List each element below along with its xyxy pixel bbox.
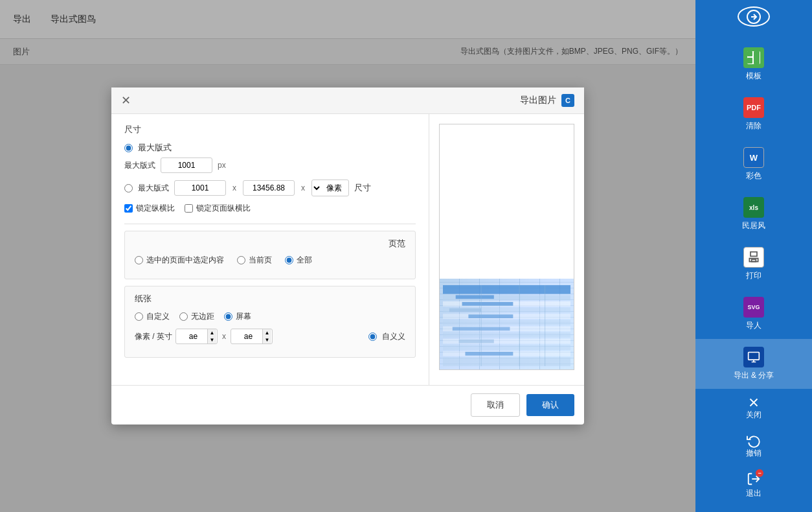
margin-width-down[interactable]: ▼	[207, 336, 216, 343]
x-sep1: x	[300, 183, 306, 192]
sidebar-item-import[interactable]: SVG 导人	[695, 289, 812, 339]
pdf-icon: PDF	[743, 97, 764, 118]
margin-width-up[interactable]: ▲	[207, 329, 216, 336]
resolution-label: 最大版式	[124, 160, 155, 171]
margin-width-wrap: ▲ ▼	[175, 329, 218, 344]
margin-inputs: 像素 / 英寸 ▲ ▼ x	[135, 329, 273, 344]
xls-icon: xls	[743, 197, 764, 218]
sidebar-item-undo[interactable]: 撤销	[695, 427, 812, 465]
svg-rect-7	[752, 259, 756, 261]
svg-rect-8	[749, 353, 760, 360]
margin-none-radio[interactable]	[179, 312, 188, 321]
svg-rect-21	[468, 314, 513, 318]
export-dialog: C 导出图片 ✕	[111, 87, 584, 425]
sidebar-item-xls[interactable]: xls 民居风	[695, 189, 812, 239]
margin-custom-radio[interactable]	[135, 312, 143, 321]
radio-all-group: 全部	[285, 255, 312, 266]
svg-rect-30	[465, 352, 513, 356]
unit-select[interactable]: 像素	[311, 180, 349, 196]
sidebar-item-import-label: 导人	[746, 320, 761, 331]
sidebar-item-logout[interactable]: − 退出	[695, 465, 812, 506]
size-section: 尺寸 最大版式 px 最大版式	[124, 124, 416, 214]
margin-section: 纸张 屏幕 无边距 自定义	[124, 286, 416, 358]
sidebar-item-export-share[interactable]: 导出 & 分享	[695, 339, 812, 389]
radio-screen-group: 屏幕	[224, 311, 251, 322]
print-range-all-radio[interactable]	[285, 256, 293, 264]
dialog-close-button[interactable]: ✕	[121, 95, 131, 106]
fit-page-radio[interactable]	[124, 144, 133, 152]
size-radio-label: 最大版式	[138, 183, 169, 194]
margin-title: 纸张	[135, 293, 152, 305]
sidebar-item-pdf[interactable]: PDF 清除	[695, 89, 812, 139]
sidebar-item-word[interactable]: W 彩色	[695, 139, 812, 189]
dialog-title-text: 导出图片	[520, 95, 556, 106]
radio-none-label: 无边距	[191, 311, 214, 322]
dialog-footer: 取消 确认	[111, 385, 584, 425]
margin-height-wrap: ▲ ▼	[231, 329, 273, 344]
margin-auto-radio[interactable]	[368, 332, 377, 341]
svg-rect-22	[443, 320, 570, 325]
preview-image	[440, 279, 574, 369]
sidebar-item-xls-label: 民居风	[742, 220, 765, 231]
svg-rect-17	[462, 302, 513, 306]
height-input[interactable]	[243, 180, 295, 196]
svg-rect-3	[747, 51, 752, 56]
svg-rect-25	[443, 332, 570, 338]
svg-rect-5	[754, 51, 760, 64]
sidebar-item-print-label: 打印	[746, 270, 761, 281]
navigate-button[interactable]	[738, 6, 770, 27]
radio-none-group: 无边距	[179, 311, 214, 322]
svg-rect-4	[747, 58, 752, 64]
auto-label: 自义义	[382, 331, 405, 342]
radio-custom-group: 自定义	[135, 311, 170, 322]
radio-custom-label: 自定义	[146, 311, 170, 322]
sidebar-item-print[interactable]: 打印	[695, 239, 812, 289]
sidebar-item-export-share-label: 导出 & 分享	[734, 370, 774, 381]
radio-screen-label: 屏幕	[236, 311, 251, 322]
dialog-header: C 导出图片 ✕	[111, 87, 584, 114]
sidebar-item-close[interactable]: 关闭	[695, 389, 812, 427]
keep-ratio-check[interactable]	[124, 204, 133, 213]
preview-box	[439, 124, 574, 370]
width-input-main[interactable]	[161, 157, 212, 173]
sidebar-item-template-label: 模板	[746, 71, 761, 82]
keep-ratio-label: 锁定纵横比	[136, 203, 175, 214]
size-title: 尺寸	[124, 124, 141, 135]
x-sep2: x	[231, 183, 238, 192]
svg-rect-27	[459, 340, 494, 343]
radio-all-label: 全部	[297, 255, 312, 266]
logout-badge: −	[756, 469, 763, 477]
radio-selected-label: 选中的页面中选定内容	[146, 255, 224, 266]
preview-chart	[443, 285, 570, 366]
svg-rect-19	[449, 308, 481, 312]
svg-rect-28	[443, 345, 570, 350]
sidebar-item-word-label: 彩色	[746, 170, 761, 181]
margin-height-up[interactable]: ▲	[262, 329, 271, 336]
custom-size-radio[interactable]	[124, 184, 133, 192]
cancel-button[interactable]: 取消	[471, 393, 520, 417]
width-label-px: px	[218, 161, 226, 170]
width-input[interactable]	[174, 180, 226, 196]
margin-width-spinners: ▲ ▼	[207, 329, 216, 343]
sidebar-item-template[interactable]: 模板	[695, 40, 812, 89]
settings-panel: 尺寸 最大版式 px 最大版式	[111, 114, 429, 385]
dialog-overlay: C 导出图片 ✕	[0, 0, 695, 512]
svg-rect-6	[750, 252, 757, 257]
keep-page-ratio-check[interactable]	[185, 204, 193, 213]
confirm-button[interactable]: 确认	[526, 394, 574, 416]
template-icon	[743, 47, 764, 68]
print-range-current-radio[interactable]	[237, 256, 245, 264]
sidebar: 模板 PDF 清除 W 彩色 xls 民居风 打印 SVG	[695, 0, 812, 512]
sidebar-item-logout-label: 退出	[746, 488, 761, 499]
divider1	[124, 224, 416, 224]
keep-ratio-row: 锁定纵横比	[124, 203, 175, 214]
sidebar-item-close-label: 关闭	[746, 410, 761, 421]
margin-screen-radio[interactable]	[224, 312, 232, 321]
print-range-title: 页范	[135, 238, 405, 250]
margin-height-down[interactable]: ▼	[262, 336, 271, 343]
svg-rect-13	[443, 285, 570, 294]
word-icon: W	[743, 147, 764, 168]
undo-icon	[747, 434, 761, 448]
print-range-selected-radio[interactable]	[135, 256, 143, 264]
sidebar-item-pdf-label: 清除	[746, 121, 761, 132]
